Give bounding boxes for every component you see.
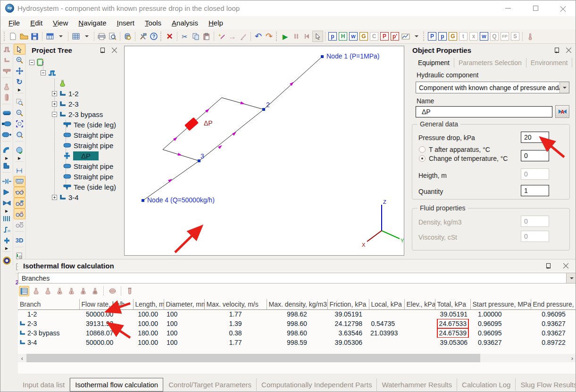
view-all-button[interactable] bbox=[14, 145, 25, 156]
expand-icon[interactable] bbox=[52, 91, 57, 96]
show-components-button[interactable] bbox=[14, 198, 25, 209]
table-row-3-4[interactable]: 3-4 50000.00 100.00 100 1.77 998.59 39.0… bbox=[18, 338, 576, 347]
thermometer-button[interactable] bbox=[525, 31, 535, 42]
rotate-flyout-arrow[interactable]: ▶ bbox=[14, 87, 25, 92]
zoom-in-button[interactable] bbox=[14, 55, 25, 66]
branch-tool-button[interactable] bbox=[1, 55, 13, 66]
menu-edit[interactable]: Edit bbox=[25, 17, 48, 28]
maximize-button[interactable] bbox=[522, 0, 549, 16]
component-type-select[interactable]: Component with known change of pressure … bbox=[416, 82, 569, 93]
pin-icon[interactable] bbox=[545, 263, 551, 268]
collapse-icon[interactable] bbox=[29, 60, 34, 65]
plot-H-button[interactable]: H bbox=[339, 32, 347, 41]
col-end-pressure[interactable]: End pressure, MPa bbox=[531, 299, 576, 309]
plot-flask-button-6[interactable] bbox=[90, 286, 100, 296]
menu-insert[interactable]: Insert bbox=[112, 17, 140, 28]
tree-item-pipe-4[interactable]: Straight pipe bbox=[26, 171, 122, 182]
open-file-button[interactable] bbox=[18, 31, 29, 42]
tab-slug-flow-results[interactable]: Slug Flow Results bbox=[516, 378, 576, 391]
tree-item-pipe-1[interactable]: Straight pipe bbox=[26, 130, 122, 140]
pause-button[interactable] bbox=[291, 31, 301, 42]
col-friction[interactable]: Friction, kPa bbox=[327, 299, 369, 309]
tab-computationally-independent-parts[interactable]: Computationally Independent Parts bbox=[257, 378, 377, 391]
add-node-button[interactable]: + bbox=[216, 31, 227, 42]
control-valve-button[interactable] bbox=[1, 213, 13, 224]
plot-p-prime-button[interactable]: p' bbox=[391, 32, 399, 41]
database-button[interactable] bbox=[122, 31, 133, 42]
profile-p-button[interactable]: p bbox=[438, 32, 447, 41]
profile-Q-button[interactable]: Q bbox=[490, 32, 499, 41]
table-row-1-2[interactable]: 1-2 50000.00 100.00 100 1.77 998.62 39.0… bbox=[18, 309, 576, 319]
pin-icon[interactable] bbox=[554, 47, 559, 53]
collapse-icon[interactable] bbox=[41, 70, 46, 75]
help-button[interactable]: ? bbox=[148, 31, 159, 42]
pipe-outlet-button[interactable] bbox=[1, 129, 13, 140]
tree-item-branch-2-3-bypass[interactable]: 2-3 bypass bbox=[26, 109, 122, 119]
col-max-density[interactable]: Max. density, kg/m3 bbox=[267, 299, 327, 309]
profile-S-button[interactable]: S bbox=[511, 32, 519, 41]
link-nodes-button[interactable]: → bbox=[227, 31, 238, 42]
rotate-view-button[interactable]: ↻ bbox=[14, 76, 25, 87]
miter-bend-button[interactable] bbox=[1, 160, 13, 171]
edit-node-button[interactable] bbox=[238, 31, 249, 42]
plot-G-button[interactable]: G bbox=[359, 32, 368, 41]
bend-button[interactable] bbox=[1, 145, 13, 156]
tree-item-branch-3-4[interactable]: 3-4 bbox=[26, 192, 122, 202]
profile-w-button[interactable]: w bbox=[480, 32, 488, 41]
col-total[interactable]: Total, kPa bbox=[435, 299, 470, 309]
horizontal-scrollbar[interactable]: ‹ › bbox=[18, 354, 576, 362]
calculation-table-button[interactable] bbox=[44, 31, 55, 42]
tee-tool-button[interactable] bbox=[1, 66, 13, 76]
profile-x-button[interactable]: x bbox=[469, 32, 478, 41]
col-branch[interactable]: Branch bbox=[18, 299, 79, 309]
plot-P-drop-button[interactable]: P bbox=[380, 32, 389, 41]
apparatus-flyout-arrow[interactable]: ▶ bbox=[1, 246, 13, 250]
table-row-2-3[interactable]: 2-3 39131.93 100.00 100 1.39 998.60 24.1… bbox=[18, 319, 576, 328]
straight-pipe-button[interactable] bbox=[1, 108, 13, 118]
plot-flask-button-3[interactable] bbox=[54, 286, 65, 296]
col-start-pressure[interactable]: Start pressure, MPa bbox=[470, 299, 531, 309]
data-table-button[interactable] bbox=[70, 31, 81, 42]
results-view-select[interactable]: Branches bbox=[18, 273, 576, 284]
node-4[interactable] bbox=[142, 199, 144, 202]
tab-equipment[interactable]: Equipment bbox=[414, 58, 454, 67]
col-flow-rate[interactable]: Flow rate, kg/h bbox=[79, 299, 133, 309]
show-lengths-button[interactable] bbox=[14, 219, 25, 230]
quantity-input[interactable] bbox=[521, 185, 549, 196]
plot-w-button[interactable]: w bbox=[349, 32, 358, 41]
menu-analysis[interactable]: Analysis bbox=[167, 17, 203, 28]
pipe-inlet-button[interactable] bbox=[1, 118, 13, 129]
bypass-pipeline[interactable] bbox=[163, 98, 264, 161]
height-change-button[interactable]: H bbox=[1, 224, 13, 235]
main-pipeline[interactable] bbox=[143, 57, 322, 200]
select-tool-button[interactable] bbox=[14, 44, 25, 55]
col-elev[interactable]: Elev., kPa bbox=[404, 299, 435, 309]
tab-isothermal-flow-calculation[interactable]: Isothermal flow calculation bbox=[70, 378, 163, 392]
print-results-button[interactable] bbox=[107, 286, 117, 296]
new-file-button[interactable] bbox=[8, 31, 18, 42]
scheme-canvas[interactable]: Node 1 (P=1MPa) 2 3 Node 4 (Q=50000kg/h)… bbox=[124, 46, 404, 256]
tree-item-fluid[interactable] bbox=[26, 78, 122, 88]
bend-flyout-arrow[interactable]: ▶ bbox=[1, 156, 13, 160]
copy-button[interactable] bbox=[190, 31, 201, 42]
ring-seal-button[interactable] bbox=[1, 255, 13, 266]
col-length[interactable]: Length, m bbox=[133, 299, 164, 309]
menu-navigate[interactable]: Navigate bbox=[73, 17, 111, 28]
plot-flask-button-2[interactable] bbox=[42, 286, 53, 296]
tab-waterhammer-results[interactable]: Waterhammer Results bbox=[377, 378, 457, 391]
expand-icon[interactable] bbox=[52, 101, 57, 107]
col-local[interactable]: Local, kPa bbox=[369, 299, 404, 309]
run-calculation-button[interactable]: ▶ bbox=[280, 31, 291, 42]
profile-FP-button[interactable]: FP bbox=[501, 32, 509, 41]
save-button[interactable] bbox=[29, 31, 40, 42]
name-input[interactable] bbox=[416, 106, 552, 117]
expand-icon[interactable] bbox=[52, 195, 57, 200]
t-after-apparatus-radio[interactable] bbox=[419, 146, 426, 153]
plot-flask-button-4[interactable] bbox=[66, 286, 76, 296]
close-panel-icon[interactable] bbox=[563, 263, 569, 268]
tree-item-project-root[interactable] bbox=[26, 57, 122, 67]
tree-item-branch-1-2[interactable]: 1-2 bbox=[26, 88, 122, 99]
tree-item-tee-1[interactable]: Tee (side leg) bbox=[26, 119, 122, 130]
plot-C-button[interactable]: C bbox=[370, 32, 378, 41]
valve-flyout-arrow[interactable]: ▶ bbox=[1, 209, 13, 213]
